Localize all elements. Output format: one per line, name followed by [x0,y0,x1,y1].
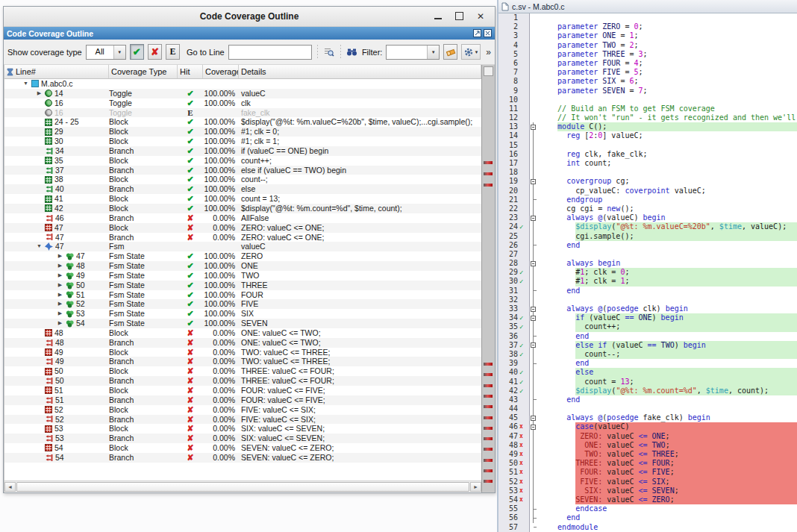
table-row[interactable]: ▶54Fsm State✔100.00%SEVEN [4,319,481,328]
table-row[interactable]: ▶49Fsm State✔100.00%TWO [4,271,481,281]
error-marker[interactable] [484,416,493,419]
table-row[interactable]: ▶53Fsm State✔100.00%SIX [4,309,481,319]
close-panel-icon[interactable] [484,29,492,37]
table-row[interactable]: 42Block✔100.00%$display("@%t: %m.count=%… [4,204,481,213]
table-row[interactable]: 50Branch✘0.00%THREE: valueC <= FOUR; [4,376,481,386]
table-row[interactable]: 30Block✔100.00%#1; clk = 1; [4,137,481,146]
chevron-down-icon[interactable]: ▼ [113,46,125,59]
table-row[interactable]: 53Branch✘0.00%SIX: valueC <= SEVEN; [4,434,481,443]
table-row[interactable]: 47Branch✘0.00%ZERO: valueC <= ONE; [4,233,481,242]
table-row[interactable]: 51Block✘0.00%FOUR: valueC <= FIVE; [4,386,481,395]
table-row[interactable]: 54Branch✘0.00%SEVEN: valueC <= ZERO; [4,453,481,463]
column-header[interactable]: Line# [4,65,109,78]
error-marker[interactable] [484,184,493,187]
minimize-icon[interactable] [434,18,442,19]
table-row[interactable]: 53Block✘0.00%SIX: valueC <= SEVEN; [4,424,481,434]
table-row[interactable]: ▶48Fsm State✔100.00%ONE [4,261,481,271]
table-row[interactable]: 48Branch✘0.00%ONE: valueC <= TWO; [4,338,481,348]
horizontal-scrollbar[interactable]: ◄ ► [4,481,481,492]
error-marker[interactable] [484,363,493,366]
window-titlebar[interactable]: Code Coverage Outline ✕ [4,7,495,27]
table-header[interactable]: Line#Coverage TypeHitCoverage%Details [4,65,481,79]
table-row[interactable]: 51Branch✘0.00%FOUR: valueC <= FIVE; [4,395,481,405]
table-row[interactable]: ▶47Fsm State✔100.00%ZERO [4,251,481,261]
chevron-down-icon[interactable]: ▼ [427,46,439,59]
error-marker[interactable] [484,373,493,376]
error-marker[interactable] [484,405,493,408]
close-icon[interactable]: ✕ [477,12,484,21]
table-body[interactable]: ▼M.abc0.c▶14Toggle✔100.00%valueC16Toggle… [4,79,481,481]
table-row[interactable]: 40Branch✔100.00%else [4,184,481,194]
fold-marker-icon[interactable] [530,259,537,268]
fold-marker-icon[interactable] [530,413,537,422]
expander-icon[interactable]: ▼ [22,79,29,89]
column-header[interactable]: Details [239,65,481,78]
error-marker[interactable] [484,459,493,462]
table-row[interactable]: 16ToggleEfake_clk [4,108,481,118]
table-row[interactable]: 49Branch✘0.00%TWO: valueC <= THREE; [4,357,481,366]
fold-marker-icon[interactable] [530,341,537,350]
show-failed-button[interactable]: ✘ [148,44,162,60]
error-marker[interactable] [484,469,493,472]
settings-button[interactable]: ▼ [461,44,481,60]
expander-icon[interactable]: ▼ [36,242,43,251]
expander-icon[interactable]: ▶ [57,251,63,261]
error-marker[interactable] [484,161,493,164]
table-row[interactable]: 16Toggle✔100.00%clk [4,98,481,108]
expander-icon[interactable]: ▶ [36,89,43,98]
table-row[interactable]: 37Branch✔100.00%else if (valueC == TWO) … [4,166,481,175]
toolbar-overflow-button[interactable]: » [486,47,491,57]
table-row[interactable]: ▶14Toggle✔100.00%valueC [4,89,481,98]
expander-icon[interactable]: ▶ [57,309,63,319]
column-header[interactable]: Coverage% [203,65,239,78]
error-marker[interactable] [484,448,493,451]
table-row[interactable]: ▶51Fsm State✔100.00%FOUR [4,290,481,300]
table-row[interactable]: ▶50Fsm State✔100.00%THREE [4,281,481,290]
expander-icon[interactable]: ▶ [57,271,63,281]
table-row[interactable]: 54Block✘0.00%SEVEN: valueC <= ZERO; [4,443,481,453]
maximize-icon[interactable] [455,12,463,20]
column-header[interactable]: Coverage Type [109,65,178,78]
expander-icon[interactable]: ▶ [57,290,63,300]
fold-marker-icon[interactable] [530,213,537,222]
scroll-right-icon[interactable]: ► [470,482,481,492]
table-row[interactable]: ▼M.abc0.c [4,79,481,89]
table-row[interactable]: 50Block✘0.00%THREE: valueC <= FOUR; [4,366,481,376]
expander-icon[interactable]: ▶ [57,261,63,271]
expander-icon[interactable]: ▶ [57,299,63,309]
expander-icon[interactable]: ▶ [57,281,63,290]
error-marker[interactable] [484,395,493,398]
panel-titlebar[interactable]: Code Coverage Outline [4,27,495,40]
error-marker[interactable] [484,480,493,483]
fold-marker-icon[interactable] [530,177,537,186]
marker-scroll-thumb[interactable] [484,66,493,76]
table-row[interactable]: 46Branch✘0.00%AllFalse [4,213,481,223]
show-passed-button[interactable]: ✔ [130,44,144,60]
scrollbar-thumb[interactable] [16,482,469,492]
fold-marker-icon[interactable] [530,313,537,322]
table-row[interactable]: 38Block✔100.00%count--; [4,175,481,184]
code-area[interactable]: 12 parameter ZERO = 0;3 parameter ONE = … [498,13,797,532]
scroll-left-icon[interactable]: ◄ [4,482,16,492]
clear-filter-button[interactable] [443,44,457,60]
table-row[interactable]: 35Block✔100.00%count++; [4,156,481,166]
table-row[interactable]: 47Block✘0.00%ZERO: valueC <= ONE; [4,223,481,233]
table-row[interactable]: 34Branch✔100.00%if (valueC == ONE) begin [4,146,481,156]
find-button[interactable] [346,45,358,60]
table-row[interactable]: ▶52Fsm State✔100.00%FIVE [4,299,481,309]
table-row[interactable]: 52Block✘0.00%FIVE: valueC <= SIX; [4,405,481,415]
float-panel-icon[interactable] [473,29,481,37]
table-row[interactable]: 29Block✔100.00%#1; clk = 0; [4,127,481,137]
table-row[interactable]: 48Block✘0.00%ONE: valueC <= TWO; [4,328,481,338]
table-row[interactable]: ▼47FsmvalueC [4,242,481,251]
table-row[interactable]: 49Block✘0.00%TWO: valueC <= THREE; [4,348,481,357]
goto-line-button[interactable] [323,45,335,60]
table-row[interactable]: 41Block✔100.00%count = 13; [4,194,481,204]
expander-icon[interactable]: ▶ [57,319,63,328]
editor-tab[interactable]: c.sv - M.abc0.c [498,0,797,13]
show-excluded-button[interactable]: E [166,44,180,60]
table-row[interactable]: 52Branch✘0.00%FIVE: valueC <= SIX; [4,415,481,425]
error-marker[interactable] [484,437,493,440]
error-marker[interactable] [484,172,493,175]
filter-select[interactable]: ▼ [386,45,440,60]
